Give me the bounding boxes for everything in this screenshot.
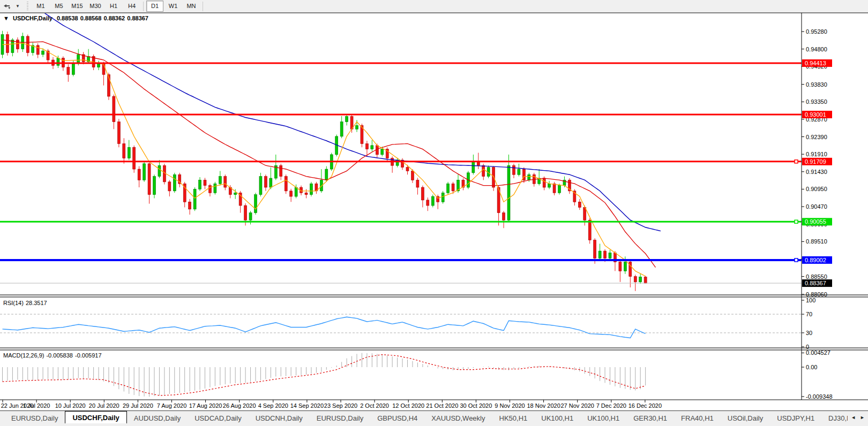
- tab-scroll-left-icon[interactable]: ◄: [851, 415, 856, 420]
- rsi-tick-label: 70: [806, 311, 812, 317]
- status-strip: [0, 423, 868, 426]
- bear-candle: [594, 240, 596, 258]
- bull-candle: [431, 196, 434, 206]
- chart-tab-hk50-h1[interactable]: HK50,H1: [492, 413, 535, 424]
- chart-tab-eurusd-daily[interactable]: EURUSD,Daily: [4, 413, 65, 424]
- bear-candle: [208, 186, 211, 193]
- line-handle[interactable]: [795, 220, 798, 223]
- bear-candle: [189, 202, 191, 209]
- level-price-badge-text: 0.89002: [805, 257, 826, 263]
- bear-candle: [290, 191, 293, 196]
- panel-splitter[interactable]: [0, 295, 868, 297]
- bull-candle: [340, 122, 343, 136]
- date-tick-label: 20 Jul 2020: [89, 402, 119, 409]
- chart-tab-eurusd-daily[interactable]: EURUSD,Daily: [310, 413, 370, 424]
- bull-candle: [295, 187, 297, 196]
- date-tick-label: 1 Jul 2020: [23, 402, 50, 409]
- chart-tab-uk100-h1[interactable]: UK100,H1: [534, 413, 580, 424]
- bear-candle: [133, 147, 136, 169]
- rsi-tick-label: 100: [806, 297, 815, 303]
- date-tick-label: 30 Oct 2020: [460, 402, 492, 409]
- bull-candle: [442, 193, 444, 202]
- bear-candle: [482, 165, 485, 176]
- macd-tick-label: 0.00: [806, 364, 817, 370]
- bull-candle: [249, 213, 252, 220]
- bear-candle: [36, 45, 39, 55]
- date-tick-label: 26 Aug 2020: [223, 402, 256, 409]
- date-tick-label: 7 Dec 2020: [596, 402, 626, 409]
- macd-tick-label: -0.009348: [806, 393, 833, 400]
- rsi-value: 28.3517: [26, 300, 47, 306]
- chart-tab-uk100-h1[interactable]: UK100,H1: [580, 413, 626, 424]
- price-tick-label: 0.88550: [806, 273, 827, 280]
- line-handle[interactable]: [795, 160, 798, 163]
- bear-candle: [477, 162, 480, 165]
- bull-candle: [259, 177, 262, 195]
- bull-candle: [77, 55, 80, 64]
- bear-candle: [305, 193, 308, 194]
- bear-candle: [452, 184, 454, 191]
- chart-tab-fra40-h1[interactable]: FRA40,H1: [674, 413, 721, 424]
- bull-candle: [270, 178, 272, 187]
- chart-tab-audusd-daily[interactable]: AUDUSD,Daily: [127, 413, 188, 424]
- price-chart-canvas[interactable]: ▼ USDCHF,Daily0.885380.885680.883620.883…: [0, 0, 868, 426]
- date-tick-label: 16 Dec 2020: [628, 402, 662, 409]
- chart-tab-xauusd-weekly[interactable]: XAUUSD,Weekly: [424, 413, 492, 424]
- panel-splitter[interactable]: [0, 348, 868, 350]
- tab-scroll-controls: ◄ ►: [848, 411, 868, 424]
- date-tick-label: 4 Sep 2020: [258, 402, 288, 409]
- date-tick-label: 12 Oct 2020: [392, 402, 424, 409]
- chart-tab-usdcad-daily[interactable]: USDCAD,Daily: [188, 413, 248, 424]
- level-price-badge-text: 0.93001: [805, 111, 826, 118]
- rsi-name: RSI(14): [3, 300, 24, 306]
- macd-main-value: -0.005838: [46, 352, 73, 359]
- bull-candle: [609, 253, 611, 258]
- bear-candle: [578, 202, 581, 207]
- title-open: 0.88538: [57, 15, 78, 21]
- price-tick-label: 0.93830: [806, 81, 827, 88]
- chart-title: ▼ USDCHF,Daily0.885380.885680.883620.883…: [3, 15, 148, 21]
- price-tick-label: 0.94800: [806, 46, 827, 52]
- macd-signal-value: -0.005917: [75, 352, 102, 359]
- date-tick-label: 14 Sep 2020: [290, 402, 324, 409]
- bull-candle: [214, 184, 216, 193]
- bull-candle: [346, 116, 348, 121]
- bear-candle: [416, 180, 419, 187]
- title-low: 0.88362: [103, 15, 125, 21]
- date-tick-label: 17 Aug 2020: [189, 402, 222, 409]
- bull-candle: [558, 186, 561, 193]
- bear-candle: [543, 178, 545, 187]
- bear-candle: [644, 277, 647, 283]
- bull-candle: [153, 177, 156, 195]
- bear-candle: [138, 169, 140, 180]
- bull-candle: [325, 169, 328, 180]
- bear-candle: [426, 200, 429, 206]
- date-tick-label: 21 Oct 2020: [426, 402, 458, 409]
- bull-candle: [518, 169, 520, 174]
- chart-tabs: EURUSD,DailyUSDCHF,DailyAUDUSD,DailyUSDC…: [0, 411, 848, 424]
- chart-tab-ger30-h1[interactable]: GER30,H1: [626, 413, 674, 424]
- rsi-tick-label: 30: [806, 330, 812, 336]
- bull-candle: [639, 277, 642, 282]
- bear-candle: [634, 277, 637, 282]
- chart-tab-gbpusd-h4[interactable]: GBPUSD,H4: [370, 413, 424, 424]
- bear-candle: [619, 262, 622, 271]
- bear-candle: [204, 180, 206, 185]
- bull-candle: [199, 180, 201, 189]
- bull-candle: [143, 164, 146, 180]
- chart-tab-usdcnh-daily[interactable]: USDCNH,Daily: [249, 413, 310, 424]
- chart-tab-usdchf-daily[interactable]: USDCHF,Daily: [65, 411, 126, 424]
- bear-candle: [512, 165, 515, 174]
- tab-scroll-right-icon[interactable]: ►: [860, 415, 865, 420]
- chart-tab-usoil-daily[interactable]: USOil,Daily: [721, 413, 770, 424]
- macd-tick-label: 0.004527: [806, 349, 830, 356]
- title-close: 0.88367: [127, 15, 148, 21]
- price-tick-label: 0.92390: [806, 134, 827, 140]
- chart-tab-usdjpy-h1[interactable]: USDJPY,H1: [770, 413, 821, 424]
- bull-candle: [472, 162, 475, 172]
- bear-candle: [553, 184, 556, 193]
- macd-label: MACD(12,26,9)-0.005838-0.005917: [3, 352, 102, 359]
- line-handle[interactable]: [795, 258, 798, 262]
- chart-background: [0, 12, 868, 410]
- chart-tab-dj30-daily[interactable]: DJ30,Daily: [821, 413, 848, 424]
